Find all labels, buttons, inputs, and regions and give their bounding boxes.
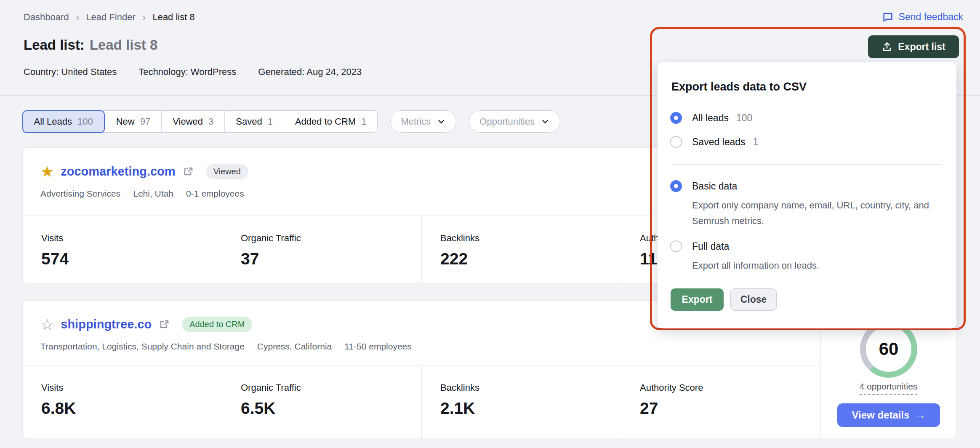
meta-generated: Generated: Aug 24, 2023 xyxy=(258,67,362,77)
lead-location: Lehi, Utah xyxy=(133,189,173,199)
chevron-right-icon: › xyxy=(76,13,80,22)
metric-visits: Visits 574 xyxy=(23,215,222,283)
metric-label: Authority Score xyxy=(640,382,820,393)
filter-toolbar: All Leads 100 New 97 Viewed 3 Saved 1 Ad… xyxy=(22,110,560,133)
lead-employees: 11-50 employees xyxy=(344,341,412,352)
tab-saved[interactable]: Saved 1 xyxy=(224,111,284,132)
full-data-description: Export all information on leads. xyxy=(692,258,932,273)
view-details-label: View details xyxy=(852,409,910,421)
breadcrumb-lead-finder[interactable]: Lead Finder xyxy=(86,12,135,23)
metric-label: Organic Traffic xyxy=(241,382,421,393)
lead-metrics-row: Visits 6.8K Organic Traffic 6.5K Backlin… xyxy=(23,365,820,438)
lead-domain-link[interactable]: shippingtree.co xyxy=(61,317,152,331)
tab-count: 100 xyxy=(77,116,93,127)
export-button[interactable]: Export xyxy=(671,288,724,311)
breadcrumb-dashboard[interactable]: Dashboard xyxy=(24,12,69,23)
arrow-right-icon: → xyxy=(915,409,925,421)
lead-subtitle: Transportation, Logistics, Supply Chain … xyxy=(40,341,820,352)
opportunities-dropdown[interactable]: Opportunities xyxy=(469,110,560,133)
tab-label: New xyxy=(116,116,135,127)
tab-label: Viewed xyxy=(173,116,203,127)
metric-value: 574 xyxy=(41,250,222,268)
radio-selected-icon[interactable] xyxy=(670,112,682,124)
lead-industry: Transportation, Logistics, Supply Chain … xyxy=(40,341,245,352)
metric-backlinks: Backlinks 222 xyxy=(421,215,621,283)
metric-label: Visits xyxy=(41,233,222,244)
lead-status-tabs: All Leads 100 New 97 Viewed 3 Saved 1 Ad… xyxy=(22,110,378,133)
external-link-icon[interactable] xyxy=(159,320,169,330)
lead-list-meta: Country: United States Technology: WordP… xyxy=(24,67,362,77)
metric-value: 6.5K xyxy=(241,399,421,418)
radio-unselected-icon[interactable] xyxy=(670,136,682,148)
close-button[interactable]: Close xyxy=(730,288,777,311)
export-list-button[interactable]: Export list xyxy=(868,35,959,58)
star-outline-icon[interactable]: ☆ xyxy=(40,317,54,332)
page-title-prefix: Lead list: xyxy=(24,37,85,53)
send-feedback-link[interactable]: Send feedback xyxy=(882,11,963,23)
tab-count: 1 xyxy=(361,116,366,127)
tab-count: 3 xyxy=(208,116,213,127)
radio-full-data[interactable]: Full data xyxy=(670,240,729,252)
metric-value: 6.8K xyxy=(41,399,222,418)
tab-all-leads[interactable]: All Leads 100 xyxy=(22,110,105,133)
dialog-actions: Export Close xyxy=(671,288,777,311)
opportunities-row: 4 opportunities xyxy=(821,381,956,392)
radio-label: All leads xyxy=(692,112,729,124)
breadcrumb-lead-list: Lead list 8 xyxy=(152,12,194,23)
metric-label: Visits xyxy=(41,382,222,393)
score-donut: 60 xyxy=(860,320,917,378)
radio-unselected-icon[interactable] xyxy=(670,240,682,252)
metric-label: Backlinks xyxy=(440,233,621,244)
radio-saved-leads[interactable]: Saved leads 1 xyxy=(670,136,758,148)
tab-label: All Leads xyxy=(34,116,72,127)
metric-value: 222 xyxy=(440,250,621,268)
metric-value: 27 xyxy=(640,399,820,418)
score-value: 60 xyxy=(866,326,911,372)
dialog-divider xyxy=(671,164,940,165)
meta-technology: Technology: WordPress xyxy=(138,67,236,77)
status-badge-viewed: Viewed xyxy=(206,164,248,179)
metric-value: 37 xyxy=(241,250,421,268)
external-link-icon[interactable] xyxy=(183,167,193,177)
opportunities-dropdown-label: Opportunities xyxy=(479,116,535,127)
page-title-name: Lead list 8 xyxy=(90,37,157,53)
metric-visits: Visits 6.8K xyxy=(23,365,222,438)
tab-count: 1 xyxy=(268,116,273,127)
metrics-dropdown[interactable]: Metrics xyxy=(390,110,456,133)
metric-label: Backlinks xyxy=(440,382,621,393)
tab-added-to-crm[interactable]: Added to CRM 1 xyxy=(284,111,378,132)
status-badge-added-to-crm: Added to CRM xyxy=(182,317,252,332)
lead-domain-link[interactable]: zocomarketing.com xyxy=(61,165,175,179)
tab-count: 97 xyxy=(140,116,150,127)
feedback-bubble-icon xyxy=(882,11,894,23)
metric-organic-traffic: Organic Traffic 37 xyxy=(222,215,421,283)
chevron-down-icon xyxy=(541,117,550,126)
export-list-label: Export list xyxy=(898,41,945,53)
tab-viewed[interactable]: Viewed 3 xyxy=(161,111,224,132)
radio-selected-icon[interactable] xyxy=(670,180,682,192)
export-dialog-title: Export leads data to CSV xyxy=(671,80,807,93)
chevron-right-icon: › xyxy=(142,13,146,22)
basic-data-description: Export only company name, email, URL, co… xyxy=(692,197,932,229)
page-title: Lead list:Lead list 8 xyxy=(24,37,157,53)
metric-label: Organic Traffic xyxy=(241,233,421,244)
radio-count: 1 xyxy=(753,136,759,148)
metric-authority-score: Authority Score 27 xyxy=(621,365,820,438)
radio-label: Basic data xyxy=(692,181,737,192)
star-filled-icon[interactable]: ★ xyxy=(40,164,54,179)
chevron-down-icon xyxy=(437,117,446,126)
metric-backlinks: Backlinks 2.1K xyxy=(421,365,621,438)
tab-label: Added to CRM xyxy=(295,116,356,127)
lead-location: Cypress, California xyxy=(257,341,332,352)
export-dialog: Export leads data to CSV All leads 100 S… xyxy=(658,62,956,328)
lead-employees: 0-1 employees xyxy=(186,189,244,199)
radio-all-leads[interactable]: All leads 100 xyxy=(670,112,752,124)
tab-label: Saved xyxy=(236,116,262,127)
radio-basic-data[interactable]: Basic data xyxy=(670,180,737,192)
radio-label: Full data xyxy=(692,241,729,252)
view-details-button[interactable]: View details → xyxy=(837,403,940,427)
metric-value: 2.1K xyxy=(440,399,621,418)
opportunities-link[interactable]: 4 opportunities xyxy=(860,381,918,395)
radio-label: Saved leads xyxy=(692,136,746,148)
tab-new[interactable]: New 97 xyxy=(105,111,162,132)
